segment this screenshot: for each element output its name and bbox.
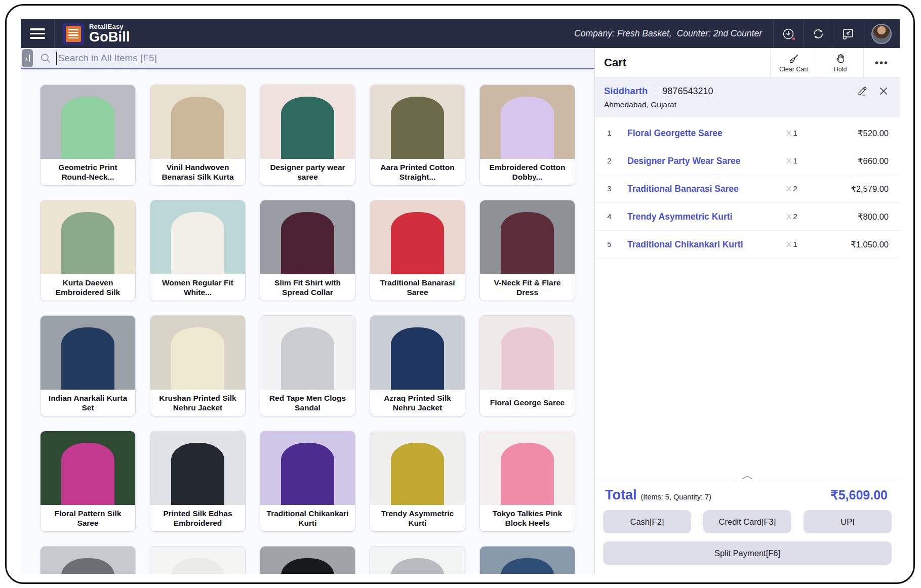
product-name: Tokyo Talkies Pink Block Heels [480,505,575,531]
product-image-placeholder [391,558,444,574]
product-image [260,316,355,390]
product-card[interactable] [370,546,465,574]
cart-item-quantity: X1 [786,156,824,165]
hold-button[interactable]: Hold [817,48,863,77]
product-card[interactable] [479,546,575,574]
product-grid: Geometric Print Round-Neck... Vinil Hand… [21,69,594,574]
product-card[interactable]: Indian Anarkali Kurta Set [40,315,136,416]
split-payment-button[interactable]: Split Payment[F6] [603,541,892,565]
product-card[interactable]: Azraq Printed Silk Nehru Jacket [370,315,465,416]
edit-customer-button[interactable] [857,86,867,97]
product-name: Geometric Print Round-Neck... [41,159,135,185]
product-card[interactable] [40,546,136,574]
payment-button[interactable]: Credit Card[F3] [703,510,791,533]
cart-item-price: ₹800.00 [824,212,889,222]
product-image-placeholder [171,212,224,274]
product-name: Slim Fit Shirt with Spread Collar [260,274,355,301]
customer-name[interactable]: Siddharth [604,86,648,97]
product-image [41,316,135,390]
more-options-button[interactable]: ••• [863,48,900,77]
cart-item-name[interactable]: Designer Party Wear Saree [627,156,786,166]
product-image-placeholder [281,558,334,574]
product-image-placeholder [391,97,444,159]
product-image-placeholder [171,97,224,159]
product-card[interactable]: Traditional Banarasi Saree [370,200,465,301]
product-name: Printed Silk Edhas Embroidered [150,505,245,531]
product-card[interactable]: Embroidered Cotton Dobby... [479,85,575,186]
search-input[interactable] [58,53,463,64]
user-avatar [871,24,892,44]
product-image-placeholder [61,327,114,390]
product-image-placeholder [501,212,554,274]
product-name: Trendy Asymmetric Kurti [370,505,465,531]
collapse-handle[interactable] [737,475,758,480]
product-card[interactable]: Slim Fit Shirt with Spread Collar [260,200,355,301]
product-image [370,431,465,505]
cart-item-name[interactable]: Floral Georgette Saree [627,128,786,139]
product-card[interactable]: Printed Silk Edhas Embroidered [150,431,246,532]
product-image [480,431,575,505]
sidebar-expand-button[interactable]: › [22,49,33,67]
product-image [150,547,245,574]
product-card[interactable]: Krushan Printed Silk Nehru Jacket [150,315,246,416]
cart-item-number: 1 [607,129,627,138]
product-card[interactable]: Vinil Handwoven Benarasi Silk Kurta [150,85,246,186]
brand-name-main: GoBill [89,30,130,44]
product-image [370,85,465,159]
remove-customer-button[interactable] [878,86,889,96]
product-card[interactable]: Women Regular Fit White... [150,200,246,301]
product-image-placeholder [281,212,334,274]
product-image-placeholder [391,443,444,505]
product-card[interactable]: Tokyo Talkies Pink Block Heels [479,431,575,532]
payment-buttons-row: Cash[F2] Credit Card[F3] UPI [603,510,892,533]
cart-item-name[interactable]: Traditional Chikankari Kurti [627,239,786,250]
product-name: Azraq Printed Silk Nehru Jacket [370,390,465,416]
product-card[interactable]: Geometric Print Round-Neck... [40,85,136,186]
cart-panel: Cart Clear Cart Hold [595,48,900,574]
company-label: Company: Fresh Basket, [574,28,672,39]
product-card[interactable] [260,546,355,574]
cart-item-quantity: X1 [786,240,824,249]
product-card[interactable]: Aara Printed Cotton Straight... [370,85,465,186]
cart-item-quantity: X1 [786,129,824,138]
payment-button[interactable]: Cash[F2] [603,510,691,533]
profile-button[interactable] [863,19,900,48]
product-name: Floral George Saree [480,390,575,416]
clear-cart-button[interactable]: Clear Cart [770,48,817,77]
product-name: Designer party wear saree [260,159,355,185]
product-card[interactable]: V-Neck Fit & Flare Dress [479,200,575,301]
hamburger-menu-button[interactable] [21,19,54,48]
search-bar: › [21,48,594,69]
minimize-window-icon [842,27,855,40]
edit-pencil-icon [857,86,867,97]
cart-item-price: ₹1,050.00 [824,240,889,249]
product-name: Traditional Banarasi Saree [370,274,465,301]
product-card[interactable]: Trendy Asymmetric Kurti [370,431,465,532]
catalog-panel: › Geometric Print Round-Neck... Vinil Ha… [21,48,594,574]
product-card[interactable]: Red Tape Men Clogs Sandal [260,315,355,416]
minimize-window-button[interactable] [833,19,863,48]
cart-item-name[interactable]: Trendy Asymmetric Kurti [627,212,786,222]
cart-item-row: 4 Trendy Asymmetric Kurti X2 ₹800.00 [595,203,900,231]
product-image [41,85,135,159]
product-name: Red Tape Men Clogs Sandal [260,390,355,416]
total-label: Total [605,487,637,503]
cart-item-row: 3 Traditional Banarasi Saree X2 ₹2,579.0… [595,175,900,203]
cart-item-name[interactable]: Traditional Banarasi Saree [627,184,786,194]
product-card[interactable]: Designer party wear saree [260,85,355,186]
cart-item-number: 3 [607,184,627,193]
product-card[interactable]: Kurta Daeven Embroidered Silk [40,200,136,301]
broom-icon [788,53,799,64]
app-logo[interactable]: RetailEasy GoBill [55,19,138,48]
product-image [480,547,575,574]
product-card[interactable]: Floral Pattern Silk Saree [40,431,136,532]
cart-item-row: 1 Floral Georgette Saree X1 ₹520.00 [595,119,900,147]
product-image-placeholder [501,327,554,390]
product-card[interactable] [150,546,246,574]
product-card[interactable]: Traditional Chikankari Kurti [260,431,355,532]
customer-section: Siddharth 9876543210 [595,78,900,117]
product-card[interactable]: Floral George Saree [479,315,575,416]
sync-button[interactable] [804,19,833,48]
download-circle-button[interactable] [774,19,803,48]
payment-button[interactable]: UPI [804,510,892,533]
